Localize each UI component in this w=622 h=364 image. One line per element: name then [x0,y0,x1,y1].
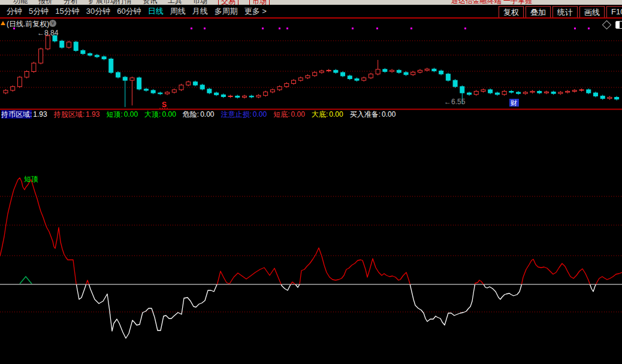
indicator-name: 大底: [312,110,328,119]
indicator-label-7: 大底:0.00 [312,110,343,119]
candle-body [538,92,542,93]
indicator-value: 0.00 [329,110,343,119]
low-price-label: ←6.55 [444,98,466,106]
candle-body [228,96,233,96]
buy-triangle-marker [20,277,32,284]
event-dot [279,28,280,29]
menu-item-boxed-0[interactable]: 交易 [218,0,238,5]
candle-body [432,69,436,71]
timeframe-tab-3[interactable]: 30分钟 [86,6,110,17]
candle-body [579,90,584,90]
menu-item-boxed-1[interactable]: 市场 [249,0,270,5]
indicator-value: 1.93 [33,110,47,119]
timeframe-tab-7[interactable]: 月线 [192,6,208,17]
candle-body [186,82,191,85]
candle-body [235,96,240,97]
menu-item-1[interactable]: 报价 [38,0,53,5]
candle-body [341,72,345,76]
candle-body [404,72,408,75]
chevron-down-icon[interactable]: ∨ [49,20,56,27]
event-dot [191,28,192,29]
timeframe-tab-5[interactable]: 日线 [148,6,164,17]
candle-body [165,92,170,94]
event-dot [376,28,378,29]
candle-body [249,96,253,97]
candle-body [137,78,141,89]
event-dot [204,28,206,29]
indicator-name: 大顶: [144,110,161,119]
menu-items: 功能报价分析扩展市场行情资讯工具市场交易市场通达信金融终端 一手掌握 [0,0,622,5]
menu-item-6[interactable]: 市场 [193,0,207,5]
indicator-value: 1.93 [86,110,99,119]
candle-body [130,78,134,80]
menubar-slogan: 通达信金融终端 一手掌握 [451,0,532,5]
oscillator-line-below [0,178,622,338]
timeframe-tab-1[interactable]: 5分钟 [29,6,49,17]
high-price-label: ←8.84 [37,29,59,37]
candle-body [158,93,162,94]
indicator-name: 短顶: [106,110,122,119]
timeframe-tab-0[interactable]: 分钟 [7,6,22,17]
candle-body [25,71,29,77]
candle-body [292,80,296,83]
candle-body [221,95,225,96]
candle-body [285,83,289,86]
timeframe-tab-9[interactable]: 更多 > [244,6,267,17]
candle-body [474,92,478,95]
candle-body [270,90,274,92]
menu-item-4[interactable]: 资讯 [143,0,157,5]
candle-body [11,87,15,90]
event-dot [588,28,590,29]
event-dot [13,28,15,29]
candle-body [411,72,415,75]
toolbar-button-0[interactable]: 复权 [499,6,524,19]
candle-body [109,59,113,73]
candle-body [523,92,527,93]
indicator-value: 0.00 [200,110,214,119]
indicator-label-6: 短底:0.00 [273,110,305,119]
candle-body [418,70,422,72]
main-price-chart[interactable]: ←8.84←6.55S财 [0,27,622,110]
toolbar-button-3[interactable]: 画线 [579,6,605,19]
candle-body [116,72,120,77]
candle-body [453,80,457,86]
timeframe-tab-8[interactable]: 多周期 [215,6,238,17]
timeframe-tab-6[interactable]: 周线 [170,6,186,17]
toolbar-button-4[interactable]: F10 [606,6,622,19]
indicator-label-5: 注意止损:0.00 [221,110,267,119]
event-dot [410,28,412,29]
indicator-chart[interactable]: 短顶 [0,119,622,364]
indicator-label-0: 持币区域:1.93 [1,110,47,119]
candle-body [572,90,576,92]
toolbar-button-2[interactable]: 统计 [552,6,578,19]
menu-item-3[interactable]: 扩展市场行情 [89,0,132,5]
candle-body [530,92,535,93]
toolbar-button-1[interactable]: 叠加 [526,6,551,19]
chart-header: (日线.前复权) ∨ [0,19,622,27]
candle-body [123,77,127,80]
candle-body [144,89,148,90]
candle-body [67,42,71,47]
candle-body [425,69,429,70]
indicator-value: 0.00 [253,110,267,119]
candle-body [397,70,401,72]
candle-body [334,70,338,72]
menubar: 功能报价分析扩展市场行情资讯工具市场交易市场通达信金融终端 一手掌握 [0,0,622,5]
candle-body [242,96,246,97]
candle-body [509,92,514,93]
indicator-name: 买入准备: [350,110,381,119]
menu-item-2[interactable]: 分析 [64,0,78,5]
timeframe-tab-2[interactable]: 15分钟 [55,6,79,17]
candle-body [151,90,155,93]
candle-body [517,92,521,93]
candle-body [88,54,92,56]
candle-body [39,49,43,63]
menu-item-5[interactable]: 工具 [168,0,182,5]
candle-body [207,89,212,93]
timeframe-tab-4[interactable]: 60分钟 [117,6,141,17]
event-dot [262,28,264,29]
candle-body [593,93,597,96]
candle-body [46,36,50,49]
menu-item-0[interactable]: 功能 [13,0,28,5]
indicator-value: 0.00 [162,110,176,119]
